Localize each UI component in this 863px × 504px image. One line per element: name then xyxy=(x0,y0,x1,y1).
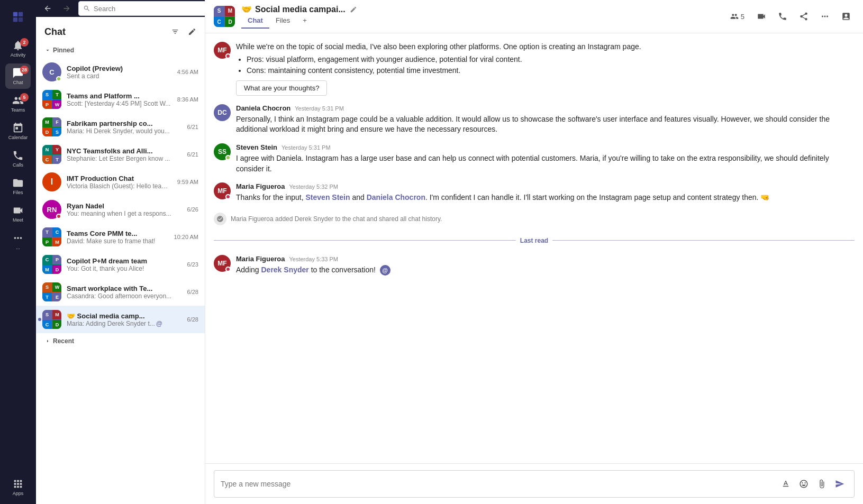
chat-header: S M C D 🤝 Social media campai... Chat xyxy=(205,0,863,33)
chat-info: Ryan Nadel You: meaning when I get a res… xyxy=(67,202,182,217)
list-item[interactable]: S M C D 🤝 Social media camp... Maria: Ad… xyxy=(36,306,205,333)
chat-panel-title: Chat xyxy=(44,26,66,38)
chat-area: S M C D 🤝 Social media campai... Chat xyxy=(205,0,863,504)
share-button[interactable] xyxy=(795,8,812,25)
chat-name: NYC Teamsfolks and Alli... xyxy=(67,147,182,155)
recent-label[interactable]: Recent xyxy=(44,335,196,347)
chat-more-button[interactable] xyxy=(816,8,833,25)
list-item[interactable]: M F D S Fabrikam partnership co... Maria… xyxy=(36,113,205,141)
chat-info: Teams Core PMM te... David: Make sure to… xyxy=(67,230,169,245)
search-input[interactable] xyxy=(94,5,222,13)
message-content: While we're on the topic of social media… xyxy=(236,42,855,96)
sidebar-item-meet[interactable]: Meet xyxy=(5,201,31,226)
last-read-label: Last read xyxy=(520,237,548,244)
mention-daniela[interactable]: Daniela Chocron xyxy=(367,193,425,201)
attach-button[interactable] xyxy=(814,476,830,492)
pinned-section: Pinned xyxy=(36,42,205,58)
message-time: Yesterday 5:31 PM xyxy=(281,144,331,151)
status-busy xyxy=(225,267,231,272)
avatar-wrap: S M C D xyxy=(42,310,61,329)
chat-panel-header: Chat xyxy=(36,17,205,42)
last-read-line-left xyxy=(214,240,516,241)
chat-time: 6/21 xyxy=(187,124,198,130)
sidebar-item-calls[interactable]: Calls xyxy=(5,146,31,171)
message-time: Yesterday 5:31 PM xyxy=(295,105,344,112)
chat-info: 🤝 Social media camp... Maria: Adding Der… xyxy=(67,312,182,327)
forward-button[interactable] xyxy=(59,1,74,16)
message-content: Maria Figueroa Yesterday 5:33 PM Adding … xyxy=(236,255,855,276)
send-button[interactable] xyxy=(832,476,848,492)
new-chat-button[interactable] xyxy=(186,25,198,38)
sidebar-item-teams[interactable]: 5 Teams xyxy=(5,91,31,116)
mention-derek[interactable]: Derek Snyder xyxy=(261,265,308,274)
chat-time: 6/28 xyxy=(187,316,198,323)
activity-label: Activity xyxy=(11,52,26,58)
mention-indicator: @ xyxy=(156,320,162,327)
text-after: . I'm confident I can handle it. I'll st… xyxy=(425,193,769,201)
sidebar-item-calendar[interactable]: Calendar xyxy=(5,118,31,144)
message-author: Maria Figueroa xyxy=(236,255,285,263)
sidebar-item-chat[interactable]: 28 Chat xyxy=(5,63,31,89)
list-item[interactable]: I IMT Production Chat Victoria Blasich (… xyxy=(36,168,205,196)
teams-logo[interactable] xyxy=(5,4,31,30)
system-text: Maria Figueroa added Derek Snyder to the… xyxy=(231,215,442,223)
at-mention-icon: @ xyxy=(380,265,390,276)
filter-button[interactable] xyxy=(169,25,181,38)
message-input-box xyxy=(214,470,855,498)
chat-meta: 4:56 AM xyxy=(177,69,198,75)
list-item[interactable]: C P M D Copilot P+M dream team You: Got … xyxy=(36,251,205,278)
tab-files[interactable]: Files xyxy=(269,14,296,29)
chat-preview: Scott: [Yesterday 4:45 PM] Scott W... xyxy=(67,100,172,107)
tab-chat[interactable]: Chat xyxy=(241,14,269,29)
avatar: S M C D xyxy=(42,310,61,329)
format-button[interactable] xyxy=(778,476,794,492)
chat-badge: 28 xyxy=(20,66,29,74)
more-label: ... xyxy=(16,245,20,250)
message-header: Daniela Chocron Yesterday 5:31 PM xyxy=(236,104,855,112)
list-item[interactable]: N Y C T NYC Teamsfolks and Alli... Steph… xyxy=(36,141,205,168)
pinned-label[interactable]: Pinned xyxy=(44,44,196,56)
sidebar-item-apps[interactable]: Apps xyxy=(5,474,31,500)
chat-meta: 6/21 xyxy=(187,124,198,130)
activity-badge: 2 xyxy=(20,38,29,47)
chat-preview: You: meaning when I get a respons... xyxy=(67,210,182,217)
chat-meta: 6/21 xyxy=(187,151,198,158)
chat-extra-button[interactable] xyxy=(838,8,855,25)
chat-info: Copilot P+M dream team You: Got it, than… xyxy=(67,257,182,272)
emoji-button[interactable] xyxy=(796,476,812,492)
back-button[interactable] xyxy=(40,1,55,16)
edit-name-button[interactable] xyxy=(349,5,358,14)
tab-add[interactable]: + xyxy=(296,14,313,29)
message-input[interactable] xyxy=(221,480,774,488)
svg-rect-0 xyxy=(13,12,17,16)
chat-preview: Stephanie: Let Ester Bergen know ... xyxy=(67,155,182,162)
participants-button[interactable]: 5 xyxy=(726,10,749,23)
calendar-label: Calendar xyxy=(8,135,28,140)
sidebar-item-files[interactable]: Files xyxy=(5,173,31,199)
message-avatar: MF xyxy=(214,42,231,59)
apps-label: Apps xyxy=(13,491,24,496)
svg-rect-1 xyxy=(19,12,23,16)
list-item[interactable]: T C P M Teams Core PMM te... David: Make… xyxy=(36,223,205,251)
audio-call-button[interactable] xyxy=(774,8,791,25)
sidebar-item-more[interactable]: ... xyxy=(5,228,31,254)
message-author: Maria Figueroa xyxy=(236,182,285,190)
chat-preview: Casandra: Good afternoon everyon... xyxy=(67,292,182,300)
message-header: Steven Stein Yesterday 5:31 PM xyxy=(236,143,855,151)
avatar: M F D S xyxy=(42,117,61,136)
svg-rect-3 xyxy=(19,17,23,22)
message-time: Yesterday 5:33 PM xyxy=(289,256,338,262)
list-item[interactable]: RN Ryan Nadel You: meaning when I get a … xyxy=(36,196,205,223)
list-item[interactable]: S T P W Teams and Platform ... Scott: [Y… xyxy=(36,86,205,113)
chat-preview: Maria: Hi Derek Snyder, would you... xyxy=(67,127,182,135)
last-read-line-right xyxy=(552,240,855,241)
status-online xyxy=(225,155,231,160)
last-read-divider: Last read xyxy=(214,237,855,244)
sidebar-item-activity[interactable]: 2 Activity xyxy=(5,36,31,61)
mention-steven[interactable]: Steven Stein xyxy=(306,193,350,201)
list-item[interactable]: S W T E Smart workplace with Te... Casan… xyxy=(36,278,205,306)
meet-label: Meet xyxy=(13,217,23,223)
video-call-button[interactable] xyxy=(753,8,770,25)
thoughts-button[interactable]: What are your thoughts? xyxy=(236,80,327,96)
list-item[interactable]: C Copilot (Preview) Sent a card 4:56 AM xyxy=(36,58,205,86)
